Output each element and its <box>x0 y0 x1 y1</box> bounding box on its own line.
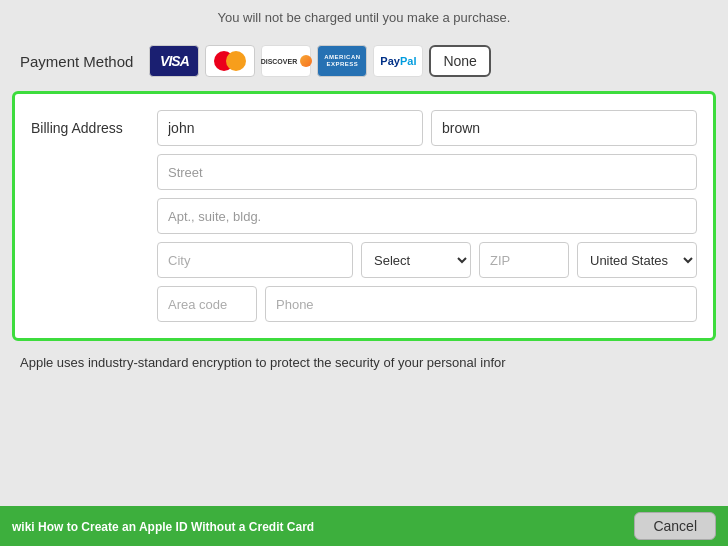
billing-fields: Select Alabama Alaska California New Yor… <box>157 110 697 322</box>
discover-card-icon[interactable]: DISCOVER <box>261 45 311 77</box>
name-row <box>157 110 697 146</box>
first-name-input[interactable] <box>157 110 423 146</box>
area-code-input[interactable] <box>157 286 257 322</box>
wiki-label: wiki How to Create an Apple ID Without a… <box>12 520 314 534</box>
wiki-prefix: wiki <box>12 520 35 534</box>
top-notice: You will not be charged until you make a… <box>0 0 728 33</box>
amex-card-icon[interactable]: AMERICANEXPRESS <box>317 45 367 77</box>
paypal-card-icon[interactable]: PayPal <box>373 45 423 77</box>
phone-row <box>157 286 697 322</box>
street-input[interactable] <box>157 154 697 190</box>
state-select[interactable]: Select Alabama Alaska California New Yor… <box>361 242 471 278</box>
billing-row: Billing Address Select Alabama Alaska Ca… <box>31 110 697 322</box>
country-select[interactable]: United States Canada United Kingdom <box>577 242 697 278</box>
billing-address-label: Billing Address <box>31 110 141 136</box>
payment-method-label: Payment Method <box>20 53 133 70</box>
mastercard-icon[interactable] <box>205 45 255 77</box>
city-zip-row: Select Alabama Alaska California New Yor… <box>157 242 697 278</box>
encryption-notice-text: Apple uses industry-standard encryption … <box>20 355 506 370</box>
amex-label: AMERICANEXPRESS <box>324 54 360 67</box>
city-input[interactable] <box>157 242 353 278</box>
apt-input[interactable] <box>157 198 697 234</box>
mc-right-circle <box>226 51 246 71</box>
payment-method-section: Payment Method VISA DISCOVER AMERICANEXP… <box>0 33 728 91</box>
wiki-info: wiki How to Create an Apple ID Without a… <box>12 518 624 534</box>
wiki-title: How to Create an Apple ID Without a Cred… <box>38 520 314 534</box>
phone-input[interactable] <box>265 286 697 322</box>
none-button[interactable]: None <box>429 45 490 77</box>
bottom-bar: wiki How to Create an Apple ID Without a… <box>0 506 728 546</box>
last-name-input[interactable] <box>431 110 697 146</box>
visa-card-icon[interactable]: VISA <box>149 45 199 77</box>
top-notice-text: You will not be charged until you make a… <box>218 10 511 25</box>
billing-section: Billing Address Select Alabama Alaska Ca… <box>12 91 716 341</box>
cancel-button[interactable]: Cancel <box>634 512 716 540</box>
payment-icons: VISA DISCOVER AMERICANEXPRESS PayPal <box>149 45 490 77</box>
paypal-text: PayPal <box>380 55 416 67</box>
discover-dot <box>300 55 312 67</box>
zip-input[interactable] <box>479 242 569 278</box>
encryption-notice: Apple uses industry-standard encryption … <box>0 341 728 384</box>
